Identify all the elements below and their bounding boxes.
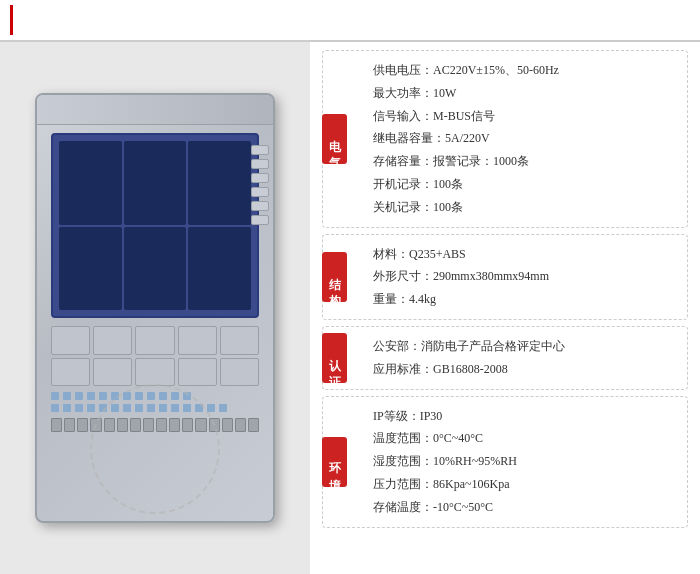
screen-cell bbox=[188, 227, 251, 311]
param-line: 重量：4.4kg bbox=[373, 288, 549, 311]
panel-btn bbox=[93, 326, 132, 355]
terminal bbox=[248, 418, 259, 432]
panel-btn bbox=[178, 358, 217, 387]
param-label-certification: 认 证 bbox=[322, 333, 347, 383]
led bbox=[75, 392, 83, 400]
terminal bbox=[77, 418, 88, 432]
panel-btn bbox=[220, 326, 259, 355]
param-line: 公安部：消防电子产品合格评定中心 bbox=[373, 335, 565, 358]
side-btn bbox=[251, 145, 269, 155]
panel-btn bbox=[178, 326, 217, 355]
panel-btn bbox=[135, 326, 174, 355]
panel-btn bbox=[135, 358, 174, 387]
param-line: 供电电压：AC220V±15%、50-60Hz bbox=[373, 59, 559, 82]
param-card-environment: 环 境IP等级：IP30温度范围：0°C~40°C湿度范围：10%RH~95%R… bbox=[322, 396, 688, 528]
param-line: 外形尺寸：290mmx380mmx94mm bbox=[373, 265, 549, 288]
panel-btn bbox=[51, 326, 90, 355]
param-line: 存储容量：报警记录：1000条 bbox=[373, 150, 559, 173]
param-card-certification: 认 证公安部：消防电子产品合格评定中心应用标准：GB16808-2008 bbox=[322, 326, 688, 390]
screen-cell bbox=[59, 227, 122, 311]
param-line: 最大功率：10W bbox=[373, 82, 559, 105]
param-line: 关机记录：100条 bbox=[373, 196, 559, 219]
param-line: 继电器容量：5A/220V bbox=[373, 127, 559, 150]
param-content-structure: 材料：Q235+ABS外形尺寸：290mmx380mmx94mm重量：4.4kg bbox=[373, 243, 549, 311]
side-btn bbox=[251, 159, 269, 169]
device-top-bar bbox=[37, 95, 273, 125]
led bbox=[51, 404, 59, 412]
led bbox=[51, 392, 59, 400]
button-panel bbox=[51, 326, 259, 386]
param-line: 湿度范围：10%RH~95%RH bbox=[373, 450, 517, 473]
param-card-structure: 结 构材料：Q235+ABS外形尺寸：290mmx380mmx94mm重量：4.… bbox=[322, 234, 688, 320]
terminal bbox=[222, 418, 233, 432]
watermark bbox=[90, 384, 220, 514]
led bbox=[63, 392, 71, 400]
param-line: 压力范围：86Kpa~106Kpa bbox=[373, 473, 517, 496]
side-btn bbox=[251, 173, 269, 183]
param-label-environment: 环 境 bbox=[322, 437, 347, 487]
device-screen bbox=[51, 133, 259, 318]
page-header bbox=[0, 0, 700, 42]
led bbox=[75, 404, 83, 412]
terminal bbox=[64, 418, 75, 432]
header-accent bbox=[10, 5, 13, 35]
side-btn bbox=[251, 201, 269, 211]
parameters-area: 电 气供电电压：AC220V±15%、50-60Hz最大功率：10W信号输入：M… bbox=[310, 42, 700, 574]
terminal bbox=[51, 418, 62, 432]
panel-btn bbox=[93, 358, 132, 387]
device-image-area bbox=[0, 42, 310, 574]
panel-btn bbox=[51, 358, 90, 387]
param-line: 应用标准：GB16808-2008 bbox=[373, 358, 565, 381]
screen-side-buttons bbox=[251, 145, 269, 225]
screen-cell bbox=[59, 141, 122, 225]
param-card-electrical: 电 气供电电压：AC220V±15%、50-60Hz最大功率：10W信号输入：M… bbox=[322, 50, 688, 228]
param-line: 温度范围：0°C~40°C bbox=[373, 427, 517, 450]
terminal bbox=[235, 418, 246, 432]
screen-cell bbox=[124, 141, 187, 225]
param-content-environment: IP等级：IP30温度范围：0°C~40°C湿度范围：10%RH~95%RH压力… bbox=[373, 405, 517, 519]
watermark-circle bbox=[90, 384, 220, 514]
param-line: IP等级：IP30 bbox=[373, 405, 517, 428]
led bbox=[63, 404, 71, 412]
screen-cell bbox=[124, 227, 187, 311]
param-line: 存储温度：-10°C~50°C bbox=[373, 496, 517, 519]
led bbox=[219, 404, 227, 412]
param-content-certification: 公安部：消防电子产品合格评定中心应用标准：GB16808-2008 bbox=[373, 335, 565, 381]
side-btn bbox=[251, 187, 269, 197]
param-line: 信号输入：M-BUS信号 bbox=[373, 105, 559, 128]
panel-btn bbox=[220, 358, 259, 387]
param-label-electrical: 电 气 bbox=[322, 114, 347, 164]
side-btn bbox=[251, 215, 269, 225]
param-content-electrical: 供电电压：AC220V±15%、50-60Hz最大功率：10W信号输入：M-BU… bbox=[373, 59, 559, 219]
main-content: 电 气供电电压：AC220V±15%、50-60Hz最大功率：10W信号输入：M… bbox=[0, 42, 700, 574]
param-line: 开机记录：100条 bbox=[373, 173, 559, 196]
screen-grid bbox=[53, 135, 257, 316]
param-line: 材料：Q235+ABS bbox=[373, 243, 549, 266]
screen-cell bbox=[188, 141, 251, 225]
param-label-structure: 结 构 bbox=[322, 252, 347, 302]
